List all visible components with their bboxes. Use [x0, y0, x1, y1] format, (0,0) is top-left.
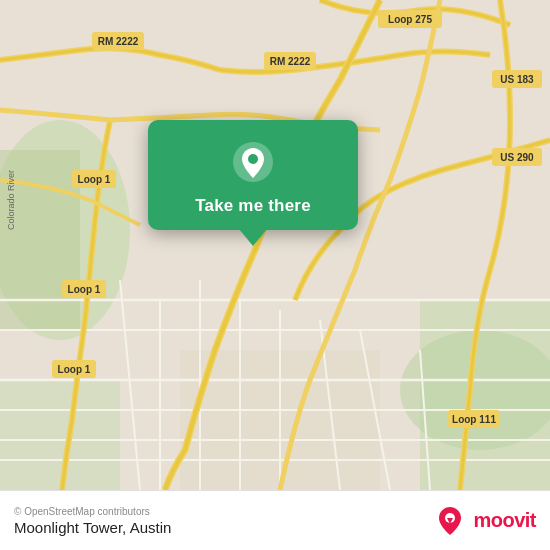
- svg-text:Loop 111: Loop 111: [452, 414, 496, 425]
- bottom-left-info: © OpenStreetMap contributors Moonlight T…: [14, 506, 171, 536]
- moovit-logo: moovit: [433, 504, 536, 538]
- location-name: Moonlight Tower, Austin: [14, 519, 171, 536]
- location-pin-icon: [229, 138, 277, 186]
- popup-label: Take me there: [195, 196, 311, 216]
- svg-point-41: [248, 154, 258, 164]
- svg-text:Loop 1: Loop 1: [58, 364, 91, 375]
- svg-text:Loop 1: Loop 1: [78, 174, 111, 185]
- map-container: Loop 275 RM 2222 RM 2222 US 183 US 290 L…: [0, 0, 550, 490]
- svg-text:Colorado River: Colorado River: [6, 170, 16, 230]
- bottom-bar: © OpenStreetMap contributors Moonlight T…: [0, 490, 550, 550]
- svg-text:US 290: US 290: [500, 152, 534, 163]
- popup-card[interactable]: Take me there: [148, 120, 358, 230]
- svg-text:US 183: US 183: [500, 74, 534, 85]
- svg-text:RM 2222: RM 2222: [270, 56, 311, 67]
- map-attribution: © OpenStreetMap contributors: [14, 506, 171, 517]
- moovit-brand-text: moovit: [473, 509, 536, 532]
- svg-text:Loop 1: Loop 1: [68, 284, 101, 295]
- svg-text:RM 2222: RM 2222: [98, 36, 139, 47]
- svg-rect-6: [0, 380, 120, 490]
- svg-text:Loop 275: Loop 275: [388, 14, 432, 25]
- moovit-icon: [433, 504, 467, 538]
